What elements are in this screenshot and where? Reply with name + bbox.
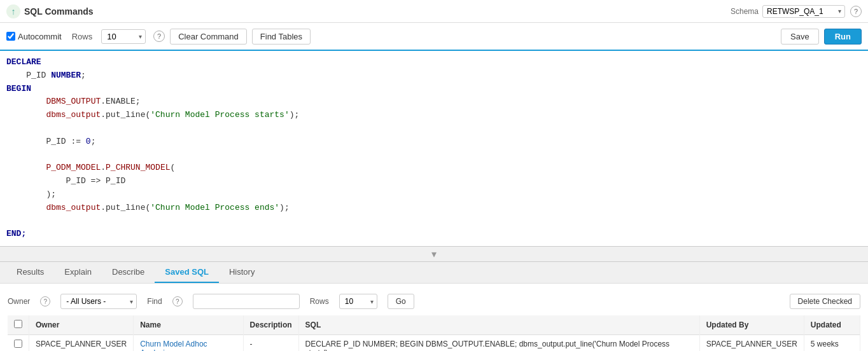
find-input[interactable] [193, 294, 300, 309]
select-all-checkbox[interactable] [14, 320, 22, 328]
row-checkbox[interactable] [14, 340, 22, 348]
header-bar: ↑ SQL Commands Schema RETWSP_QA_1 ? [0, 0, 868, 23]
rows-filter-label: Rows [310, 297, 329, 306]
col-sql: SQL [298, 315, 699, 335]
table-row: SPACE_PLANNER_USER Churn Model Adhoc Ana… [8, 335, 860, 351]
header-help-icon[interactable]: ? [850, 6, 862, 17]
clear-command-button[interactable]: Clear Command [170, 29, 247, 45]
autocommit-label: Autocommit [18, 32, 62, 41]
saved-sql-panel: Owner ? - All Users - Find ? Rows 10 25 … [0, 284, 868, 351]
schema-select-wrapper: RETWSP_QA_1 [762, 5, 845, 18]
code-editor[interactable]: DECLARE P_ID NUMBER;BEGIN DBMS_OUTPUT.EN… [0, 51, 868, 247]
row-name-link[interactable]: Churn Model Adhoc Analysis [140, 340, 207, 351]
col-updated: Updated [804, 315, 860, 335]
owner-filter-label: Owner [8, 297, 30, 306]
delete-checked-button[interactable]: Delete Checked [790, 294, 860, 309]
rows-help-icon[interactable]: ? [153, 31, 165, 42]
tab-results[interactable]: Results [6, 262, 54, 283]
row-sql: DECLARE P_ID NUMBER; BEGIN DBMS_OUTPUT.E… [298, 335, 699, 351]
tab-explain[interactable]: Explain [54, 262, 102, 283]
rows-select-wrapper: 10 25 50 100 [101, 29, 146, 44]
owner-select[interactable]: - All Users - [60, 294, 137, 309]
tab-history[interactable]: History [219, 262, 265, 283]
rows-label: Rows [72, 32, 93, 41]
autocommit-checkbox[interactable] [6, 32, 15, 41]
tab-saved-sql[interactable]: Saved SQL [155, 262, 219, 283]
row-description: - [243, 335, 298, 351]
schema-label: Schema [731, 7, 759, 16]
col-updated-by: Updated By [699, 315, 804, 335]
find-tables-button[interactable]: Find Tables [252, 29, 311, 45]
find-filter-label: Find [147, 297, 162, 306]
scroll-indicator: ▾ [0, 247, 868, 262]
rows-filter-select[interactable]: 10 25 50 100 [339, 294, 377, 309]
page-title: SQL Commands [24, 6, 94, 17]
sql-commands-icon: ↑ [6, 4, 20, 18]
owner-select-wrapper: - All Users - [60, 294, 137, 309]
go-button[interactable]: Go [388, 294, 414, 309]
tabs-bar: ResultsExplainDescribeSaved SQLHistory [0, 262, 868, 284]
row-checkbox-cell [8, 335, 29, 351]
owner-help-icon[interactable]: ? [40, 296, 50, 306]
col-description: Description [243, 315, 298, 335]
tab-describe[interactable]: Describe [102, 262, 155, 283]
row-updated-by: SPACE_PLANNER_USER [699, 335, 804, 351]
col-checkbox [8, 315, 29, 335]
filter-row: Owner ? - All Users - Find ? Rows 10 25 … [8, 290, 860, 315]
rows-filter-wrapper: 10 25 50 100 [339, 294, 377, 309]
rows-select[interactable]: 10 25 50 100 [101, 29, 146, 44]
find-help-icon[interactable]: ? [172, 296, 183, 306]
autocommit-checkbox-group: Autocommit [6, 32, 62, 41]
col-name: Name [134, 315, 243, 335]
col-owner: Owner [29, 315, 134, 335]
row-name: Churn Model Adhoc Analysis [134, 335, 243, 351]
table-header-row: Owner Name Description SQL Updated By Up… [8, 315, 860, 335]
run-button[interactable]: Run [824, 29, 862, 45]
saved-sql-table: Owner Name Description SQL Updated By Up… [8, 315, 860, 351]
toolbar: Autocommit Rows 10 25 50 100 ? Clear Com… [0, 23, 868, 51]
schema-select[interactable]: RETWSP_QA_1 [762, 5, 845, 18]
save-button[interactable]: Save [781, 29, 819, 45]
row-updated: 5 weeks ago [804, 335, 860, 351]
row-owner: SPACE_PLANNER_USER [29, 335, 134, 351]
